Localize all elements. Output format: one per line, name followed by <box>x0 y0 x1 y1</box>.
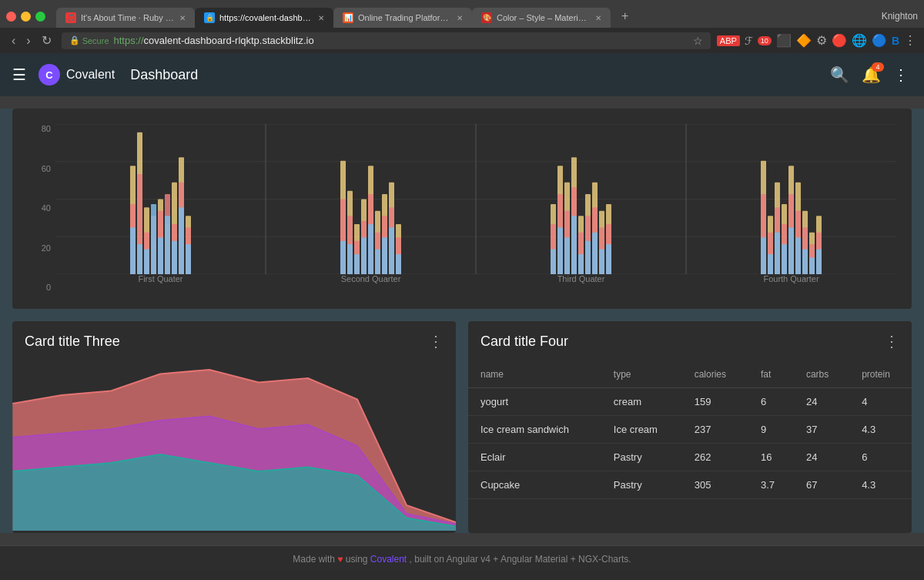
tab-label: https://covalent-dashboard-rl... <box>219 13 313 22</box>
tab-label: Online Trading Platforms & To... <box>358 13 452 22</box>
main-content: 80 60 40 20 0 First Quater Second Quarte… <box>0 109 924 533</box>
cell-calories: 262 <box>682 444 748 471</box>
close-button[interactable] <box>6 12 16 22</box>
cell-carbs: 24 <box>794 444 849 471</box>
ext-icon-4[interactable]: 🔴 <box>832 33 847 48</box>
new-tab-button[interactable]: + <box>615 9 634 23</box>
svg-rect-78 <box>585 241 591 274</box>
y-label-20: 20 <box>28 243 55 253</box>
toolbar-icons: ABP ℱ 10 ⬛ 🔶 ⚙ 🔴 🌐 🔵 B ⋮ <box>717 33 916 48</box>
svg-rect-7 <box>130 227 136 274</box>
svg-rect-97 <box>775 233 780 274</box>
hamburger-menu-icon[interactable]: ☰ <box>12 65 26 84</box>
tab-close-icon[interactable]: ✕ <box>457 14 463 22</box>
address-bar[interactable]: 🔒 Secure https://covalent-dashboard-rlqk… <box>62 32 711 49</box>
ext-icon-6[interactable]: 🔵 <box>872 33 887 48</box>
svg-rect-103 <box>788 227 794 274</box>
logo-icon: C <box>38 64 60 85</box>
notification-badge: 4 <box>872 62 884 72</box>
table-row: Ice cream sandwichIce cream2379374.3 <box>468 416 912 444</box>
app-bar: ☰ C Covalent Dashboard 🔍 🔔 4 ⋮ <box>0 53 924 96</box>
q1-label: First Quater <box>55 274 266 283</box>
cell-protein: 4.3 <box>849 471 912 499</box>
tab-close-icon[interactable]: ✕ <box>595 14 601 22</box>
tab-label: It's About Time · Ruby Velle <box>81 13 175 22</box>
svg-rect-115 <box>816 250 822 275</box>
card-four-header: Card title Four ⋮ <box>468 321 912 361</box>
svg-rect-66 <box>557 227 563 274</box>
svg-rect-91 <box>761 237 766 274</box>
tab-trading[interactable]: 📊 Online Trading Platforms & To... ✕ <box>333 8 472 28</box>
lock-icon: 🔒 <box>69 35 80 45</box>
tab-covalent[interactable]: 🔒 https://covalent-dashboard-rl... ✕ <box>195 8 333 28</box>
ext-icon-1[interactable]: ⬛ <box>776 33 792 48</box>
q2-label: Second Quarter <box>266 274 476 283</box>
notification-button[interactable]: 🔔 4 <box>859 62 884 87</box>
col-carbs: carbs <box>794 361 849 388</box>
heart-icon: ♥ <box>337 554 343 565</box>
svg-rect-84 <box>599 250 604 275</box>
cell-name: Cupcake <box>468 471 601 499</box>
abp-icon[interactable]: ABP <box>717 35 740 46</box>
cell-name: yogurt <box>468 388 601 416</box>
cell-type: Pastry <box>601 444 682 471</box>
col-calories: calories <box>682 361 748 388</box>
browser-titlebar: 🎵 It's About Time · Ruby Velle ✕ 🔒 https… <box>0 0 924 28</box>
col-fat: fat <box>748 361 794 388</box>
svg-rect-22 <box>165 216 170 274</box>
search-button[interactable]: 🔍 <box>827 62 852 87</box>
footer-text-before: Made with <box>293 554 337 565</box>
svg-rect-44 <box>361 237 367 274</box>
tab-music[interactable]: 🎵 It's About Time · Ruby Velle ✕ <box>56 8 195 28</box>
ext-icon-7[interactable]: B <box>892 35 899 47</box>
svg-rect-87 <box>606 244 611 274</box>
footer-text-middle: using <box>346 554 370 565</box>
table-container: name type calories fat carbs protein yog… <box>468 361 912 499</box>
svg-rect-72 <box>571 216 577 274</box>
q3-label: Third Quater <box>476 274 686 283</box>
tab-label: Color – Style – Material Design <box>497 13 591 22</box>
svg-rect-59 <box>396 254 401 274</box>
table-body: yogurtcream1596244Ice cream sandwichIce … <box>468 388 912 499</box>
card-four-menu-button[interactable]: ⋮ <box>884 332 899 350</box>
svg-rect-56 <box>389 227 394 274</box>
more-tools-icon[interactable]: ⋮ <box>904 33 916 48</box>
y-label-60: 60 <box>28 164 55 173</box>
cell-carbs: 37 <box>794 416 849 444</box>
feather-icon[interactable]: ℱ <box>745 35 753 47</box>
svg-rect-94 <box>768 254 773 274</box>
ext-icon-3[interactable]: ⚙ <box>816 33 827 48</box>
secure-badge: 🔒 Secure <box>69 35 109 45</box>
card-three-menu-button[interactable]: ⋮ <box>428 332 444 350</box>
card-four-title: Card title Four <box>480 334 884 350</box>
tab-close-icon[interactable]: ✕ <box>179 14 186 22</box>
tab-close-icon[interactable]: ✕ <box>318 14 324 22</box>
minimize-button[interactable] <box>21 12 31 22</box>
cell-protein: 4 <box>849 388 912 416</box>
svg-rect-100 <box>782 244 787 274</box>
ext-icon-2[interactable]: 🔶 <box>796 33 812 48</box>
tab-material[interactable]: 🎨 Color – Style – Material Design ✕ <box>472 8 611 28</box>
secure-text: Secure <box>82 36 109 45</box>
address-url: covalent-dashboard-rlqktp.stackblitz.io <box>144 35 314 46</box>
maximize-button[interactable] <box>35 12 45 22</box>
footer-text-after: , built on Angular v4 + Angular Material… <box>410 554 631 565</box>
bar-chart-svg <box>55 124 896 274</box>
svg-rect-31 <box>186 244 191 274</box>
cell-carbs: 67 <box>794 471 849 499</box>
back-button[interactable]: ‹ <box>8 32 19 49</box>
app-logo: C Covalent <box>38 64 115 85</box>
cell-calories: 159 <box>682 388 748 416</box>
address-text: https://covalent-dashboard-rlqktp.stackb… <box>114 35 688 46</box>
tabs-row: 🎵 It's About Time · Ruby Velle ✕ 🔒 https… <box>56 8 611 28</box>
address-https: https:// <box>114 35 144 46</box>
reload-button[interactable]: ↻ <box>38 32 55 49</box>
more-options-button[interactable]: ⋮ <box>890 62 912 87</box>
user-name: Knighton <box>882 11 918 22</box>
forward-button[interactable]: › <box>22 32 34 49</box>
svg-rect-81 <box>592 233 598 274</box>
bookmark-icon[interactable]: ☆ <box>693 35 703 47</box>
card-three-title: Card title Three <box>25 334 428 350</box>
covalent-link[interactable]: Covalent <box>370 554 407 565</box>
ext-icon-5[interactable]: 🌐 <box>852 33 867 48</box>
